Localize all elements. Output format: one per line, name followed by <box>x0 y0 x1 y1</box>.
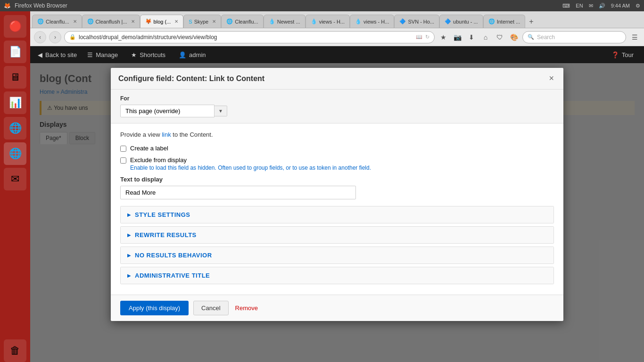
forward-button[interactable]: › <box>49 31 61 43</box>
color-icon[interactable]: 🎨 <box>508 32 520 43</box>
files-icon[interactable]: 📄 <box>4 41 26 63</box>
home-icon[interactable]: ⌂ <box>480 32 491 43</box>
question-icon: ❓ <box>611 51 619 58</box>
mail-app-icon[interactable]: ✉ <box>4 168 26 190</box>
search-icon: 🔍 <box>528 34 534 40</box>
tab-favicon: 🌐 <box>87 18 94 25</box>
spreadsheet-icon[interactable]: 📊 <box>4 91 26 114</box>
description-text: Provide a view link to the Content. <box>120 131 554 138</box>
link-text[interactable]: link <box>162 131 171 138</box>
tab-label: blog (... <box>154 19 171 25</box>
tab-favicon: 🦊 <box>145 18 152 25</box>
cancel-button[interactable]: Cancel <box>193 301 228 315</box>
url-bar[interactable]: 🔒 localhost/drupal_demo/admin/structure/… <box>64 31 435 43</box>
chrome-icon[interactable]: 🌐 <box>4 142 26 165</box>
exclude-display-row: Exclude from display Enable to load this… <box>120 156 554 171</box>
ubuntu-icon[interactable]: 🔴 <box>4 15 26 38</box>
tab-views1[interactable]: 💧 views - H... <box>305 15 350 28</box>
tab-label: Cleanflu... <box>235 19 258 25</box>
tab-cleanflu3[interactable]: 🌐 Cleanflu... <box>221 15 264 28</box>
tab-blog[interactable]: 🦊 blog (... ✕ <box>140 15 184 28</box>
browser-icon[interactable]: 🌐 <box>4 117 26 140</box>
tab-close-icon[interactable]: ✕ <box>73 19 77 24</box>
search-bar[interactable]: 🔍 Search <box>522 31 626 43</box>
collapse-arrow-icon: ▶ <box>127 232 131 238</box>
tab-newest[interactable]: 💧 Newest ... <box>264 15 305 28</box>
hamburger-icon: ☰ <box>87 51 93 58</box>
toolbar-icons: ★ 📷 ⬇ ⌂ 🛡 🎨 <box>438 32 520 43</box>
tab-label: Skype <box>194 19 209 25</box>
back-to-site-label: Back to site <box>45 51 77 58</box>
shortcuts-menu-item[interactable]: ★ Shortcuts <box>128 48 168 62</box>
text-to-display-input[interactable] <box>120 186 356 199</box>
keyboard-icon: ⌨ <box>562 3 570 9</box>
admin-label: admin <box>189 51 206 58</box>
volume-icon: 🔊 <box>599 3 605 9</box>
text-to-display-label: Text to display <box>120 176 554 183</box>
back-arrow-icon: ◀ <box>38 51 42 58</box>
download-icon[interactable]: ⬇ <box>466 32 477 43</box>
create-label-text[interactable]: Create a label <box>130 145 168 152</box>
no-results-section: ▶ NO RESULTS BEHAVIOR <box>120 247 554 264</box>
create-label-checkbox[interactable] <box>120 146 126 152</box>
rewrite-results-title: REWRITE RESULTS <box>135 231 197 239</box>
rewrite-results-section: ▶ REWRITE RESULTS <box>120 226 554 244</box>
lang-indicator: EN <box>576 3 583 8</box>
modal-close-button[interactable]: × <box>547 74 556 83</box>
back-to-site-button[interactable]: ◀ Back to site <box>38 51 77 58</box>
tab-close-icon[interactable]: ✕ <box>212 19 216 24</box>
remove-button[interactable]: Remove <box>233 301 260 315</box>
tour-menu-item[interactable]: ❓ Tour <box>609 48 636 62</box>
tab-skype[interactable]: S Skype ✕ <box>183 15 221 28</box>
tab-svn[interactable]: 🔷 SVN - Ho... <box>394 15 439 28</box>
tab-label: Internet ... <box>497 19 520 25</box>
modal-overlay: Configure field: Content: Link to Conten… <box>30 63 644 362</box>
tab-close-icon[interactable]: ✕ <box>174 19 178 24</box>
menu-icon[interactable]: ☰ <box>629 32 640 43</box>
tab-internet[interactable]: 🌐 Internet ... <box>483 15 526 28</box>
for-dropdown[interactable]: This page (override) <box>120 105 215 117</box>
tab-cleanflu1[interactable]: 🌐 Cleanflu... ✕ <box>32 15 82 28</box>
tab-label: SVN - Ho... <box>408 19 434 25</box>
exclude-display-checkbox[interactable] <box>120 157 126 164</box>
reader-view-icon[interactable]: 📖 <box>416 34 422 40</box>
tab-label: views - H... <box>319 19 345 25</box>
back-button[interactable]: ‹ <box>34 31 46 43</box>
for-dropdown-arrow[interactable]: ▼ <box>215 106 227 116</box>
tab-favicon: 💧 <box>311 18 317 25</box>
tab-favicon: 🌐 <box>488 18 495 25</box>
tab-favicon: 💧 <box>269 18 275 25</box>
tab-label: views - H... <box>363 19 389 25</box>
pocket-icon[interactable]: 🛡 <box>494 32 505 43</box>
style-settings-section: ▶ STYLE SETTINGS <box>120 206 554 223</box>
new-tab-button[interactable]: + <box>525 16 537 28</box>
tab-favicon: 🔷 <box>399 18 406 25</box>
exclude-display-content: Exclude from display Enable to load this… <box>130 156 371 171</box>
modal-body: For This page (override) ▼ Prov <box>111 90 563 295</box>
screenshot-icon[interactable]: 📷 <box>452 32 463 43</box>
tab-close-icon[interactable]: ✕ <box>131 19 135 24</box>
exclude-display-description: Enable to load this field as hidden. Oft… <box>130 165 371 171</box>
page-background: blog (Cont Home » Administra ⚠ You have … <box>30 63 644 362</box>
bookmark-icon[interactable]: ★ <box>438 32 449 43</box>
collapse-arrow-icon: ▶ <box>127 212 131 217</box>
os-titlebar-text: Firefox Web Browser <box>15 2 67 9</box>
firefox-sidebar: 🔴 📄 🖥 📊 🌐 🌐 ✉ 🗑 <box>0 11 30 362</box>
terminal-icon[interactable]: 🖥 <box>4 66 26 89</box>
style-settings-header[interactable]: ▶ STYLE SETTINGS <box>121 206 553 223</box>
no-results-header[interactable]: ▶ NO RESULTS BEHAVIOR <box>121 247 553 263</box>
shortcuts-label: Shortcuts <box>140 51 165 58</box>
apply-button[interactable]: Apply (this display) <box>120 301 189 315</box>
tab-cleanflush2[interactable]: 🌐 Cleanflush |... ✕ <box>82 15 140 28</box>
refresh-icon[interactable]: ↻ <box>425 34 429 40</box>
trash-icon[interactable]: 🗑 <box>4 339 26 362</box>
admin-menu-item[interactable]: 👤 admin <box>176 48 208 62</box>
admin-title-header[interactable]: ▶ ADMINISTRATIVE TITLE <box>121 267 553 284</box>
for-select-container: This page (override) ▼ <box>120 105 554 117</box>
os-logo-icon: 🦊 <box>4 2 11 9</box>
manage-menu-item[interactable]: ☰ Manage <box>84 48 121 62</box>
rewrite-results-header[interactable]: ▶ REWRITE RESULTS <box>121 227 553 243</box>
tab-views2[interactable]: 💧 views - H... <box>350 15 394 28</box>
lock-icon: 🔒 <box>69 34 76 40</box>
tab-ubuntu[interactable]: 🔷 ubuntu - ... <box>439 15 483 28</box>
